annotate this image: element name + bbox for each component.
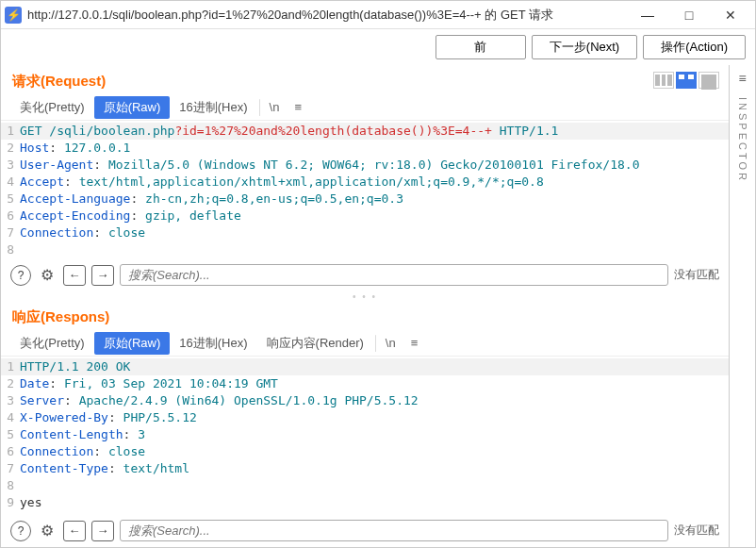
inspector-toggle-icon[interactable]: ≡: [738, 71, 746, 86]
tab-render[interactable]: 响应内容(Render): [257, 332, 373, 355]
close-button[interactable]: ✕: [710, 2, 751, 28]
gear-icon[interactable]: ⚙: [37, 521, 58, 541]
layout-columns-button[interactable]: [653, 72, 674, 89]
menu-icon[interactable]: ≡: [287, 98, 309, 116]
window-title: http://127.0.0.1/sqli/boolean.php?id=1%2…: [27, 7, 627, 24]
response-editor[interactable]: 1HTTP/1.1 200 OK2Date: Fri, 03 Sep 2021 …: [1, 357, 729, 516]
request-editor[interactable]: 1GET /sqli/boolean.php?id=1%27%20and%20l…: [1, 121, 729, 260]
response-search-input[interactable]: [120, 520, 668, 541]
gear-icon[interactable]: ⚙: [37, 265, 58, 286]
back-button[interactable]: 前: [436, 35, 526, 59]
prev-match-button[interactable]: ←: [63, 521, 86, 541]
minimize-button[interactable]: ―: [627, 2, 668, 28]
request-title: 请求(Request): [1, 65, 117, 94]
tab-raw[interactable]: 原始(Raw): [94, 96, 171, 119]
inspector-label: INSPECTOR: [737, 97, 748, 183]
next-match-button[interactable]: →: [91, 265, 114, 286]
inspector-sidebar[interactable]: ≡ INSPECTOR: [729, 65, 755, 547]
layout-stacked-button[interactable]: [676, 72, 697, 89]
action-button[interactable]: 操作(Action): [643, 35, 746, 59]
newline-toggle[interactable]: \n: [378, 334, 403, 352]
request-no-match: 没有匹配: [674, 267, 719, 283]
menu-icon[interactable]: ≡: [403, 334, 426, 352]
newline-toggle[interactable]: \n: [262, 98, 288, 116]
tab-pretty[interactable]: 美化(Pretty): [10, 332, 94, 355]
help-icon[interactable]: ?: [10, 265, 31, 286]
help-icon[interactable]: ?: [10, 521, 31, 541]
titlebar: ⚡ http://127.0.0.1/sqli/boolean.php?id=1…: [1, 1, 755, 29]
tab-hex[interactable]: 16进制(Hex): [170, 96, 256, 119]
response-no-match: 没有匹配: [674, 523, 719, 539]
next-button[interactable]: 下一步(Next): [532, 35, 637, 59]
tab-pretty[interactable]: 美化(Pretty): [10, 96, 94, 119]
tab-raw[interactable]: 原始(Raw): [94, 332, 171, 355]
app-icon: ⚡: [5, 7, 22, 24]
response-tabs: 美化(Pretty) 原始(Raw) 16进制(Hex) 响应内容(Render…: [1, 330, 729, 357]
next-match-button[interactable]: →: [91, 521, 114, 541]
tab-hex[interactable]: 16进制(Hex): [170, 332, 256, 355]
action-toolbar: 前 下一步(Next) 操作(Action): [1, 29, 755, 65]
pane-divider[interactable]: • • •: [1, 291, 729, 301]
maximize-button[interactable]: □: [668, 2, 710, 28]
request-search-input[interactable]: [120, 264, 668, 286]
response-title: 响应(Respons): [1, 301, 729, 330]
request-tabs: 美化(Pretty) 原始(Raw) 16进制(Hex) \n ≡: [1, 94, 729, 121]
prev-match-button[interactable]: ←: [63, 265, 86, 286]
layout-single-button[interactable]: [698, 72, 719, 89]
